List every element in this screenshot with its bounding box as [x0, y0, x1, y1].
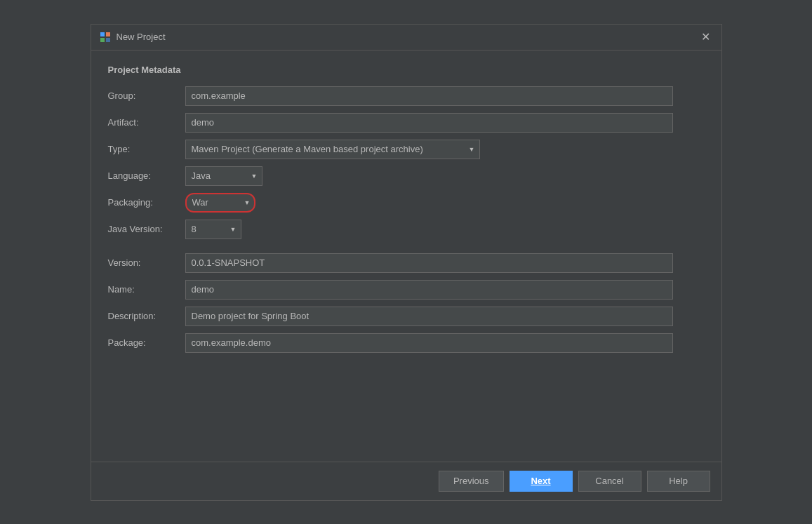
form-spacer — [108, 246, 705, 253]
dialog-icon — [100, 32, 111, 43]
artifact-row: Artifact: — [108, 113, 705, 133]
package-row: Package: — [108, 333, 705, 353]
svg-rect-3 — [106, 38, 110, 42]
dialog-footer: Previous Next Cancel Help — [91, 462, 721, 500]
artifact-input[interactable] — [185, 113, 673, 133]
section-title: Project Metadata — [108, 65, 705, 75]
language-row: Language: Java Kotlin Groovy — [108, 166, 705, 186]
dialog-title: New Project — [117, 32, 166, 42]
group-label: Group: — [108, 90, 185, 101]
svg-rect-0 — [100, 32, 105, 36]
description-row: Description: — [108, 307, 705, 326]
version-input[interactable] — [185, 253, 673, 273]
language-select-wrapper: Java Kotlin Groovy — [185, 166, 262, 186]
cancel-button[interactable]: Cancel — [578, 471, 641, 492]
type-row: Type: Maven Project (Generate a Maven ba… — [108, 140, 705, 159]
svg-rect-2 — [100, 38, 105, 42]
package-label: Package: — [108, 337, 185, 348]
packaging-select-wrapper: Jar War — [185, 193, 255, 213]
package-input[interactable] — [185, 333, 673, 353]
java-version-select[interactable]: 8 11 17 21 — [185, 220, 241, 239]
version-row: Version: — [108, 253, 705, 273]
new-project-dialog: New Project ✕ Project Metadata Group: Ar… — [91, 24, 722, 501]
language-select[interactable]: Java Kotlin Groovy — [185, 166, 262, 186]
type-select-wrapper: Maven Project (Generate a Maven based pr… — [185, 140, 480, 159]
language-label: Language: — [108, 170, 185, 181]
description-input[interactable] — [185, 307, 673, 326]
artifact-label: Artifact: — [108, 117, 185, 128]
svg-rect-1 — [106, 32, 110, 36]
packaging-label: Packaging: — [108, 197, 185, 208]
form-container: Group: Artifact: Type: Maven Project (Ge… — [108, 86, 705, 360]
description-label: Description: — [108, 311, 185, 321]
java-version-label: Java Version: — [108, 224, 185, 234]
java-version-row: Java Version: 8 11 17 21 — [108, 220, 705, 239]
java-version-select-wrapper: 8 11 17 21 — [185, 220, 241, 239]
type-label: Type: — [108, 144, 185, 154]
name-label: Name: — [108, 284, 185, 295]
name-row: Name: — [108, 280, 705, 300]
dialog-content: Project Metadata Group: Artifact: Type: … — [91, 51, 721, 462]
group-input[interactable] — [185, 86, 673, 106]
close-button[interactable]: ✕ — [699, 30, 713, 44]
packaging-row: Packaging: Jar War — [108, 193, 705, 213]
version-label: Version: — [108, 257, 185, 268]
title-bar: New Project ✕ — [91, 25, 721, 51]
help-button[interactable]: Help — [647, 471, 710, 492]
packaging-select[interactable]: Jar War — [185, 193, 255, 213]
previous-button[interactable]: Previous — [439, 471, 504, 492]
name-input[interactable] — [185, 280, 673, 300]
group-row: Group: — [108, 86, 705, 106]
type-select[interactable]: Maven Project (Generate a Maven based pr… — [185, 140, 480, 159]
next-button[interactable]: Next — [510, 471, 573, 492]
title-bar-left: New Project — [100, 32, 166, 43]
